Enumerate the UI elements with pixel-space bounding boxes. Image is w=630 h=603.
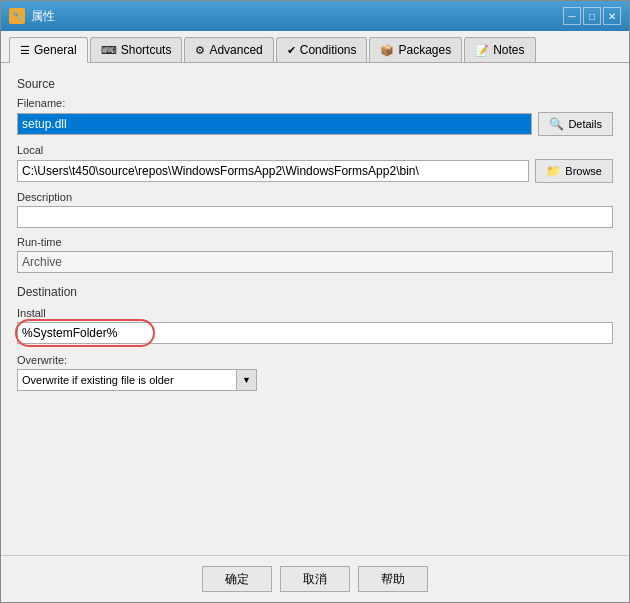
runtime-input (17, 251, 613, 273)
overwrite-select-wrapper: Overwrite if existing file is older Alwa… (17, 369, 613, 391)
description-label: Description (17, 191, 613, 203)
install-input[interactable] (17, 322, 613, 344)
main-window: 🔧 属性 ─ □ ✕ ☰ General ⌨ Shortcuts ⚙ Advan… (0, 0, 630, 603)
tab-shortcuts-label: Shortcuts (121, 43, 172, 57)
tab-packages[interactable]: 📦 Packages (369, 37, 462, 62)
install-label: Install (17, 307, 613, 319)
tab-general-label: General (34, 43, 77, 57)
maximize-button[interactable]: □ (583, 7, 601, 25)
shortcuts-icon: ⌨ (101, 44, 117, 57)
window-icon: 🔧 (9, 8, 25, 24)
select-dropdown-arrow[interactable]: ▼ (237, 369, 257, 391)
tab-notes[interactable]: 📝 Notes (464, 37, 535, 62)
install-input-wrapper (17, 322, 613, 344)
help-button[interactable]: 帮助 (358, 566, 428, 592)
tab-notes-label: Notes (493, 43, 524, 57)
local-label: Local (17, 144, 613, 156)
general-icon: ☰ (20, 44, 30, 57)
runtime-label: Run-time (17, 236, 613, 248)
advanced-icon: ⚙ (195, 44, 205, 57)
browse-label: Browse (565, 165, 602, 177)
overwrite-select[interactable]: Overwrite if existing file is older Alwa… (17, 369, 237, 391)
content-area: Source Filename: 🔍 Details Local 📁 Brows… (1, 63, 629, 555)
ok-button[interactable]: 确定 (202, 566, 272, 592)
destination-label: Destination (17, 285, 613, 299)
tab-packages-label: Packages (398, 43, 451, 57)
tab-general[interactable]: ☰ General (9, 37, 88, 63)
description-input[interactable] (17, 206, 613, 228)
details-button[interactable]: 🔍 Details (538, 112, 613, 136)
filename-row: 🔍 Details (17, 112, 613, 136)
cancel-button[interactable]: 取消 (280, 566, 350, 592)
tab-conditions[interactable]: ✔ Conditions (276, 37, 368, 62)
local-input[interactable] (17, 160, 529, 182)
destination-section: Destination Install Overwrite: Overwrite… (17, 285, 613, 391)
filename-label: Filename: (17, 97, 613, 109)
browse-icon: 📁 (546, 164, 561, 178)
filename-input[interactable] (17, 113, 532, 135)
conditions-icon: ✔ (287, 44, 296, 57)
details-label: Details (568, 118, 602, 130)
footer: 确定 取消 帮助 (1, 555, 629, 602)
notes-icon: 📝 (475, 44, 489, 57)
browse-button[interactable]: 📁 Browse (535, 159, 613, 183)
tab-advanced-label: Advanced (209, 43, 262, 57)
close-button[interactable]: ✕ (603, 7, 621, 25)
packages-icon: 📦 (380, 44, 394, 57)
tab-advanced[interactable]: ⚙ Advanced (184, 37, 273, 62)
title-bar-left: 🔧 属性 (9, 8, 55, 25)
title-bar: 🔧 属性 ─ □ ✕ (1, 1, 629, 31)
title-bar-controls: ─ □ ✕ (563, 7, 621, 25)
source-section: Source Filename: 🔍 Details Local 📁 Brows… (17, 77, 613, 273)
tab-conditions-label: Conditions (300, 43, 357, 57)
minimize-button[interactable]: ─ (563, 7, 581, 25)
details-icon: 🔍 (549, 117, 564, 131)
overwrite-label: Overwrite: (17, 354, 613, 366)
tab-shortcuts[interactable]: ⌨ Shortcuts (90, 37, 183, 62)
window-title: 属性 (31, 8, 55, 25)
source-label: Source (17, 77, 613, 91)
local-row: 📁 Browse (17, 159, 613, 183)
tab-bar: ☰ General ⌨ Shortcuts ⚙ Advanced ✔ Condi… (1, 31, 629, 63)
